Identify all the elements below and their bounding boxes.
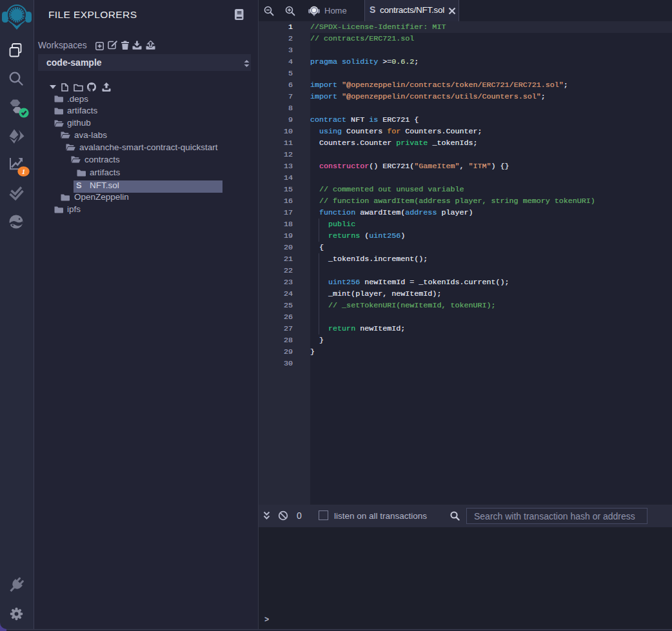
svg-text:1: 1 [22, 168, 26, 175]
